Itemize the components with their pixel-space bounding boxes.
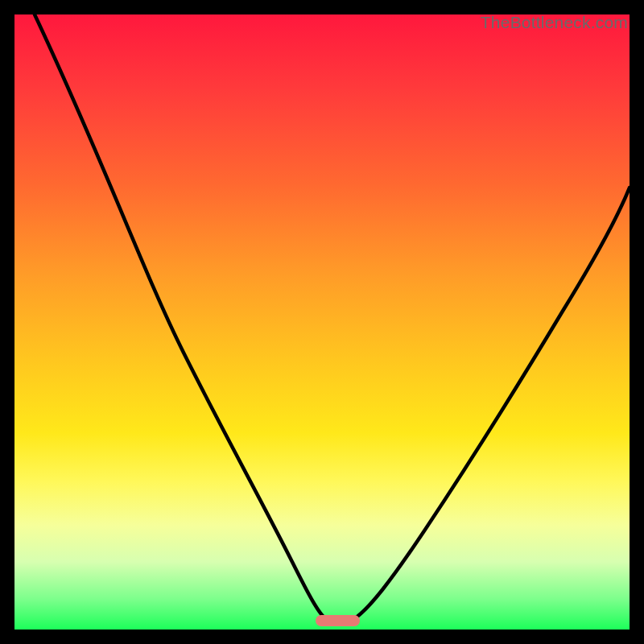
optimal-range-marker [316,615,360,626]
bottleneck-curves [14,14,630,630]
chart-frame: TheBottleneck.com [0,0,644,644]
plot-area: TheBottleneck.com [14,14,630,630]
right-curve-path [353,188,630,620]
left-curve-path [35,14,327,620]
